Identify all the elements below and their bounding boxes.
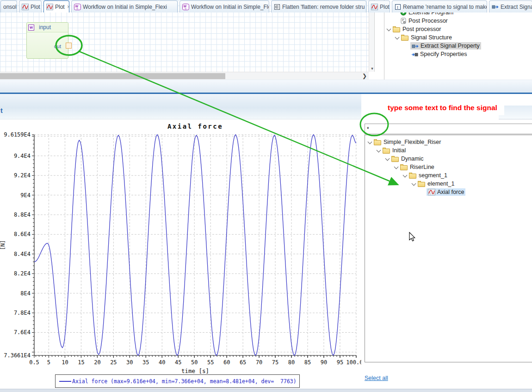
plot-icon — [22, 4, 29, 10]
tab-strip: onsole Plot Plot × Wo Workflow on Initia… — [0, 0, 532, 12]
status-bar — [0, 389, 532, 392]
y-tick-label: 9E4 — [20, 192, 31, 199]
tree-item-post-processor[interactable]: P Post Processor — [384, 17, 532, 25]
signal-tree-item-riserline[interactable]: RiserLine — [365, 163, 532, 171]
tab-plot-active[interactable]: Plot × — [43, 0, 69, 12]
folder-icon — [401, 35, 409, 41]
x-tick-label: 45 — [175, 359, 181, 366]
x-tick-label: 95 — [337, 359, 343, 366]
tab-plot-1[interactable]: Plot — [19, 0, 42, 12]
axial-force-chart: 9.6159E49.4E49.2E49E48.8E48.6E48.4E48.2E… — [0, 119, 361, 379]
signal-tree-item-initial[interactable]: Initial — [365, 146, 532, 155]
tab-console[interactable]: onsole — [0, 0, 17, 12]
scroll-down-arrow-icon[interactable]: ▾ — [370, 66, 375, 71]
chevron-down-icon[interactable] — [385, 156, 390, 162]
tree-item-specify-properties[interactable]: Specify Properties — [384, 50, 532, 58]
tab-workflow-2[interactable]: Wo Workflow on Initial in Simple_Flexi — [179, 0, 269, 12]
y-tick-label: 9.4E4 — [14, 153, 31, 159]
x-tick-label: 80 — [288, 359, 295, 366]
y-axis-label: [N] — [0, 240, 6, 250]
signal-tree-item-segment-1[interactable]: segment_1 — [365, 171, 532, 180]
block-title: input — [39, 24, 51, 31]
x-tick-label: 0.5 — [29, 359, 39, 366]
signal-tree-item-axial-force[interactable]: Axial force — [365, 188, 532, 196]
plot-title: Axial force — [167, 123, 223, 130]
plot-view: t 9.6159E49.4E49.2E49E48.8E48.6E48.4E48.… — [0, 94, 361, 389]
x-tick-label: 70 — [256, 359, 262, 366]
chevron-down-icon[interactable] — [395, 35, 400, 40]
y-tick-label: 8E4 — [20, 290, 31, 297]
partial-header-text: t — [0, 107, 3, 114]
tab-flatten[interactable]: Flatten 'flatten: remove folder stru — [271, 0, 366, 12]
signal-search-input[interactable] — [365, 124, 532, 134]
chevron-down-icon[interactable] — [394, 164, 399, 170]
x-tick-label: 40 — [159, 359, 165, 366]
chevron-down-icon[interactable] — [411, 181, 417, 187]
tab-extract-signal[interactable]: Extract Signa — [489, 0, 532, 12]
y-tick-label: 8.8E4 — [14, 212, 31, 218]
extract-signal-icon — [492, 4, 499, 10]
y-tick-label: 9.2E4 — [14, 172, 31, 179]
horizontal-scrollbar[interactable]: ❯ — [0, 72, 369, 80]
folder-icon — [374, 139, 382, 145]
x-tick-label: 90 — [321, 359, 327, 366]
folder-icon — [400, 164, 408, 170]
x-tick-label: 35 — [142, 359, 149, 366]
x-tick-label: 85 — [304, 359, 311, 366]
workflow-icon: Wo — [182, 4, 189, 10]
x-tick-label: 20 — [94, 359, 100, 366]
port-label: out — [54, 44, 61, 49]
workflow-block-icon: w — [28, 25, 34, 31]
x-tick-label: 10 — [62, 359, 68, 366]
signal-tree-item-simple-flexible-riser[interactable]: Simple_Flexible_Riser — [365, 138, 532, 146]
chevron-down-icon[interactable] — [386, 26, 392, 32]
x-tick-label: 100.01 — [346, 359, 361, 366]
instruction-annotation: type some text to find the signal — [387, 102, 504, 115]
signal-tree-item-dynamic[interactable]: Dynamic — [365, 155, 532, 163]
y-tick-label: 7.3661E4 — [4, 352, 31, 359]
plot-view-header: t — [0, 94, 361, 119]
folder-icon — [409, 173, 417, 179]
chevron-down-icon[interactable] — [367, 139, 373, 145]
x-tick-label: 75 — [272, 359, 278, 366]
legend-line-sample — [59, 381, 71, 382]
y-tick-label: 8.4E4 — [14, 251, 31, 257]
tree-item-extract-signal-property[interactable]: Extract Signal Property — [384, 42, 532, 50]
flatten-icon — [274, 4, 280, 10]
x-tick-label: 15 — [78, 359, 84, 366]
chart-legend: Axial force (max=9.616e+04, min=7.366e+0… — [55, 374, 300, 388]
plot-icon — [46, 4, 53, 10]
x-tick-label: 55 — [207, 359, 214, 366]
folder-icon — [393, 26, 401, 32]
scrollbar-thumb[interactable] — [0, 73, 225, 79]
tree-item-post-processor-folder[interactable]: Post processor — [384, 25, 532, 33]
tab-rename[interactable]: I Rename 'rename to signal to make — [392, 0, 487, 12]
signal-plot-icon — [428, 189, 435, 195]
plot-icon — [371, 4, 378, 10]
tab-workflow-1[interactable]: Wo Workflow on Initial in Simple_Flexi — [71, 0, 178, 12]
y-tick-label: 8.2E4 — [14, 270, 31, 277]
specify-properties-icon — [411, 51, 418, 57]
output-port[interactable] — [66, 43, 72, 49]
y-tick-label: 8.6E4 — [14, 231, 31, 237]
signal-tree-panel: Simple_Flexible_Riser Initial Dynamic Ri… — [365, 135, 532, 362]
editor-tab-bar — [0, 80, 532, 94]
rename-icon: I — [395, 4, 401, 10]
select-all-link[interactable]: Select all — [365, 375, 388, 381]
signal-tree-item-element-1[interactable]: element_1 — [365, 180, 532, 188]
x-tick-label: 5 — [47, 359, 50, 366]
x-tick-label: 30 — [126, 359, 133, 366]
folder-icon — [391, 156, 399, 162]
workflow-input-block[interactable]: w input out — [26, 22, 68, 59]
chevron-down-icon[interactable] — [376, 148, 382, 153]
tab-close-icon[interactable]: × — [67, 3, 69, 10]
workflow-icon: Wo — [74, 4, 81, 10]
active-tab-underline — [0, 93, 532, 94]
tree-item-signal-structure[interactable]: Signal Structure — [384, 33, 532, 42]
chevron-down-icon[interactable] — [402, 173, 408, 178]
x-tick-label: 65 — [240, 359, 246, 366]
x-axis-label: time [s] — [181, 367, 209, 374]
folder-icon — [383, 148, 390, 154]
scroll-right-arrow-icon[interactable]: ❯ — [362, 73, 367, 80]
tab-plot-2[interactable]: Plot — [368, 0, 390, 12]
